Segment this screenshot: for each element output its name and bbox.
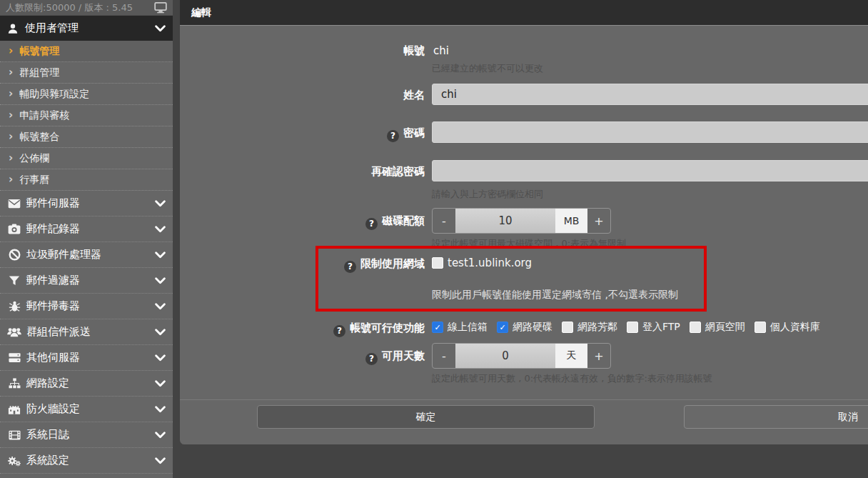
days-stepper: - 0 天 + — [432, 343, 611, 369]
feature-web-space-checkbox[interactable] — [690, 322, 701, 333]
chevron-down-icon — [155, 380, 166, 387]
domain-checkbox[interactable] — [432, 257, 443, 269]
sidebar-item-label: 郵件掃毒器 — [26, 299, 80, 313]
sidebar-item-apply-review[interactable]: › 申請與審核 — [0, 105, 173, 126]
feature-webmail-checkbox[interactable]: ✓ — [432, 322, 443, 333]
help-icon[interactable]: ? — [387, 130, 399, 142]
disk-quota-label: ?磁碟配額 — [180, 214, 425, 230]
sidebar-item-label: 行事曆 — [19, 174, 49, 186]
submenu-arrow-icon: › — [9, 153, 13, 164]
disk-quota-unit: MB — [555, 209, 587, 233]
submenu-arrow-icon: › — [9, 46, 13, 56]
chevron-down-icon — [155, 200, 166, 207]
disk-quota-decrement-button[interactable]: - — [433, 209, 455, 233]
feature-webmail: ✓ 線上信箱 — [432, 321, 488, 334]
sidebar-item-aux-misc-settings[interactable]: › 輔助與雜項設定 — [0, 84, 173, 105]
users-icon — [7, 327, 21, 337]
ok-button[interactable]: 確定 — [257, 405, 595, 429]
days-value[interactable]: 0 — [455, 344, 555, 368]
sidebar-item-label: 系統設定 — [26, 454, 69, 467]
app-window: 人數限制:50000 / 版本 : 5.45 使用者管理 — [0, 0, 868, 478]
feature-network-disk-checkbox[interactable]: ✓ — [497, 322, 508, 333]
sidebar-item-mail-antivirus[interactable]: 郵件掃毒器 — [0, 294, 173, 319]
sidebar-item-label: 郵件伺服器 — [26, 196, 80, 210]
sidebar-item-network-settings[interactable]: 網路設定 — [0, 371, 173, 397]
feature-personal-database-checkbox[interactable] — [755, 322, 766, 333]
help-icon[interactable]: ? — [365, 353, 378, 365]
name-input[interactable] — [432, 84, 868, 105]
submenu-arrow-icon: › — [9, 89, 13, 99]
disk-quota-increment-button[interactable]: + — [587, 209, 610, 233]
sidebar-item-mail-server[interactable]: 郵件伺服器 — [0, 191, 173, 216]
days-decrement-button[interactable]: - — [433, 344, 455, 368]
edit-account-panel: 編輯 帳號 chi 已經建立的帳號不可以更改 姓名 ?密碼 再確認密碼 請輸入與… — [180, 0, 868, 444]
password-confirm-hint: 請輸入與上方密碼欄位相同 — [432, 188, 543, 201]
sidebar-section-label: 使用者管理 — [25, 21, 79, 35]
sidebar-item-other-servers[interactable]: 其他伺服器 — [0, 345, 173, 371]
sidebar-item-system-log[interactable]: 系統日誌 — [0, 422, 173, 448]
feature-ftp-login-checkbox[interactable] — [627, 322, 638, 333]
days-increment-button[interactable]: + — [587, 344, 610, 368]
days-unit: 天 — [555, 344, 587, 368]
password-confirm-input[interactable] — [432, 160, 868, 181]
feature-network-disk: ✓ 網路硬碟 — [497, 321, 552, 334]
chevron-down-icon — [155, 252, 166, 259]
submenu-arrow-icon: › — [9, 174, 13, 185]
server-icon — [7, 352, 21, 363]
sidebar-item-label: 郵件過濾器 — [26, 274, 80, 287]
sidebar-item-account-integration[interactable]: › 帳號整合 — [0, 126, 173, 148]
panel-title-bar: 編輯 — [180, 0, 868, 26]
gears-icon — [7, 455, 21, 467]
sidebar-item-bulletin-board[interactable]: › 公佈欄 — [0, 148, 173, 169]
sidebar-item-label: 群組信件派送 — [26, 325, 91, 339]
account-label: 帳號 — [180, 44, 425, 58]
disk-quota-value[interactable]: 10 — [455, 209, 555, 233]
feature-web-space: 網頁空間 — [690, 321, 745, 334]
help-icon[interactable]: ? — [333, 325, 345, 337]
sidebar-item-system-settings[interactable]: 系統設定 — [0, 448, 173, 474]
help-icon[interactable]: ? — [344, 261, 356, 273]
sidebar-item-group-mail-delivery[interactable]: 群組信件派送 — [0, 319, 173, 345]
chevron-down-icon — [155, 329, 166, 336]
sidebar-item-group-management[interactable]: › 群組管理 — [0, 62, 173, 84]
chevron-down-icon — [155, 432, 166, 439]
domain-restrict-option: test1.ublink.org — [432, 257, 532, 269]
days-hint: 設定此帳號可用天數 , 0:代表帳永遠有效 , 負的數字:表示停用該帳號 — [432, 372, 712, 385]
password-label: ?密碼 — [180, 126, 425, 142]
password-confirm-label: 再確認密碼 — [180, 165, 425, 179]
sidebar-item-spam-processor[interactable]: 垃圾郵件處理器 — [0, 242, 173, 268]
sidebar-item-mail-filter[interactable]: 郵件過濾器 — [0, 268, 173, 294]
sidebar-status-bar: 人數限制:50000 / 版本 : 5.45 — [0, 0, 173, 16]
sidebar-item-label: 其他伺服器 — [26, 351, 80, 364]
feature-network-neighborhood-checkbox[interactable] — [562, 322, 573, 333]
chevron-down-icon — [155, 303, 166, 310]
password-input[interactable] — [432, 121, 868, 143]
sidebar-item-calendar[interactable]: › 行事曆 — [0, 169, 173, 191]
features-options: ✓ 線上信箱 ✓ 網路硬碟 網路芳鄰 登入FTP 網頁空間 個人資料庫 — [432, 321, 829, 334]
bug-icon — [7, 300, 21, 312]
sidebar-item-account-management[interactable]: › 帳號管理 — [0, 41, 173, 62]
domain-restrict-hint: 限制此用戶帳號僅能使用選定網域寄信 ,不勾選表示限制 — [432, 289, 678, 302]
highlight-red-box — [316, 246, 707, 312]
sidebar-item-mail-recorder[interactable]: 郵件記錄器 — [0, 216, 173, 242]
name-label: 姓名 — [180, 89, 425, 102]
user-icon — [7, 23, 19, 34]
fort-icon — [7, 404, 21, 414]
account-value: chi — [433, 44, 449, 57]
sidebar-item-firewall-settings[interactable]: 防火牆設定 — [0, 397, 173, 422]
cancel-button[interactable]: 取消 — [684, 405, 868, 429]
submenu-arrow-icon: › — [9, 110, 13, 121]
help-icon[interactable]: ? — [365, 218, 378, 230]
sidebar-section-user-management[interactable]: 使用者管理 — [0, 16, 173, 41]
envelope-icon — [7, 199, 21, 209]
feature-network-neighborhood: 網路芳鄰 — [562, 321, 617, 334]
domain-restrict-label: ?限制使用網域 — [180, 257, 425, 273]
filter-icon — [7, 275, 21, 287]
sidebar-item-label: 輔助與雜項設定 — [19, 88, 89, 101]
chevron-down-icon — [155, 226, 166, 233]
disk-quota-stepper: - 10 MB + — [432, 208, 611, 234]
submenu-arrow-icon: › — [9, 67, 13, 78]
sidebar-item-label: 系統日誌 — [26, 428, 69, 442]
sidebar-item-label: 防火牆設定 — [26, 402, 80, 416]
sidebar-item-label: 垃圾郵件處理器 — [26, 248, 101, 262]
